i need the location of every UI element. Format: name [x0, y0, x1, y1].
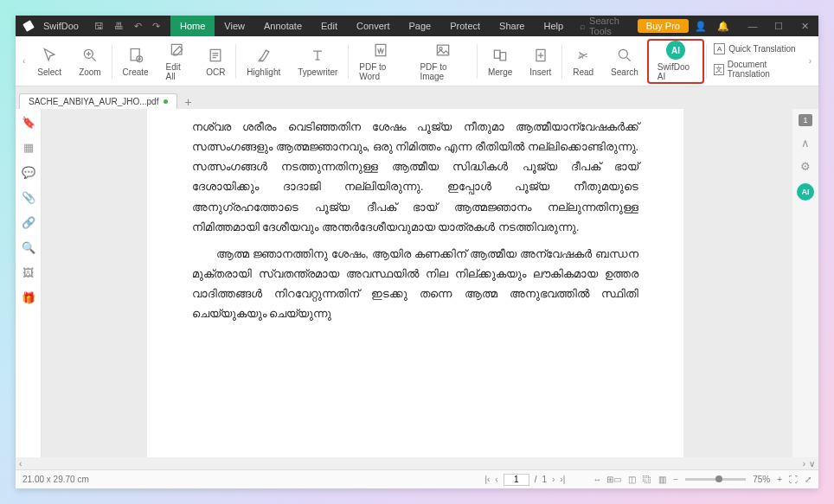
- typewriter-button[interactable]: Typewriter: [289, 39, 346, 84]
- expand-icon[interactable]: ⤢: [805, 475, 812, 484]
- zoom-slider[interactable]: [685, 478, 746, 481]
- close-button[interactable]: ✕: [798, 21, 812, 32]
- ocr-button[interactable]: OCR: [197, 39, 234, 84]
- menu-home[interactable]: Home: [170, 16, 215, 36]
- scroll-down-arrow[interactable]: ∨: [809, 459, 815, 469]
- pdf-to-word-button[interactable]: PDF to Word: [350, 39, 411, 84]
- svg-rect-8: [494, 50, 500, 58]
- svg-point-12: [619, 49, 627, 58]
- find-icon[interactable]: 🔍: [22, 241, 35, 254]
- tabbar: SACHE_ANBIYA_AUR_JHO...pdf +: [16, 86, 818, 109]
- link-icon[interactable]: 🔗: [22, 216, 35, 229]
- svg-text:A: A: [578, 52, 584, 61]
- swifdoo-ai-button[interactable]: AI SwifDoo AI: [647, 39, 705, 84]
- zoom-in-button[interactable]: +: [777, 475, 782, 484]
- page-dimensions: 21.00 x 29.70 cm: [22, 475, 484, 484]
- paragraph-1: നശ്വര ശരീരം വെടിഞ്ഞതിന ശേഷം പൂജ്യ നീതുമാ…: [192, 118, 638, 238]
- next-page-button[interactable]: ›: [552, 475, 555, 484]
- document-translation-button[interactable]: 文Document Translation: [714, 60, 799, 79]
- cursor-icon: [41, 46, 58, 65]
- redo-icon[interactable]: ↷: [152, 21, 160, 32]
- highlight-button[interactable]: Highlight: [238, 39, 289, 84]
- view-mode-4-icon[interactable]: ▥: [658, 475, 666, 484]
- right-sidebar: 1 ∧ ⚙ AI: [792, 109, 818, 457]
- svg-rect-6: [438, 45, 449, 55]
- search-button[interactable]: Search: [602, 39, 647, 84]
- minimize-button[interactable]: —: [746, 21, 760, 32]
- document-tab[interactable]: SACHE_ANBIYA_AUR_JHO...pdf: [19, 93, 177, 109]
- up-arrow-icon[interactable]: ∧: [801, 137, 810, 150]
- read-icon: A: [574, 46, 592, 65]
- menu-annotate[interactable]: Annotate: [254, 16, 311, 36]
- view-mode-3-icon[interactable]: ⿻: [643, 475, 651, 484]
- bookmark-icon[interactable]: 🔖: [22, 116, 35, 129]
- edit-icon: [169, 41, 186, 60]
- svg-rect-9: [500, 52, 506, 60]
- typewriter-icon: [309, 46, 326, 65]
- buy-pro-button[interactable]: Buy Pro: [638, 19, 689, 33]
- menu-help[interactable]: Help: [534, 16, 573, 36]
- ocr-icon: [207, 46, 224, 65]
- prev-page-button[interactable]: ‹: [495, 475, 497, 484]
- maximize-button[interactable]: ☐: [772, 21, 786, 32]
- user-icon[interactable]: 👤: [694, 21, 708, 32]
- scroll-left-arrow[interactable]: ‹: [19, 459, 22, 469]
- thumbnails-icon[interactable]: ▦: [23, 141, 34, 154]
- comment-icon[interactable]: 💬: [22, 166, 35, 179]
- ribbon: ‹ Select Zoom Create Edit All OCR Highli…: [16, 36, 818, 86]
- settings-icon[interactable]: ⚙: [800, 160, 811, 173]
- first-page-button[interactable]: |‹: [484, 475, 490, 484]
- menu-share[interactable]: Share: [490, 16, 534, 36]
- merge-button[interactable]: Merge: [479, 39, 521, 84]
- word-icon: [372, 41, 389, 60]
- ai-side-button[interactable]: AI: [797, 183, 814, 201]
- menu-view[interactable]: View: [215, 16, 254, 36]
- insert-button[interactable]: Insert: [521, 39, 560, 84]
- read-button[interactable]: A Read: [564, 39, 602, 84]
- last-page-button[interactable]: ›|: [560, 475, 565, 484]
- left-sidebar: 🔖 ▦ 💬 📎 🔗 🔍 🖼 🎁: [16, 109, 42, 457]
- picture-icon[interactable]: 🖼: [22, 266, 34, 279]
- ribbon-scroll-right[interactable]: ›: [805, 56, 815, 66]
- save-icon[interactable]: 🖫: [94, 21, 104, 32]
- bell-icon[interactable]: 🔔: [716, 21, 730, 32]
- edit-all-button[interactable]: Edit All: [157, 39, 198, 84]
- view-mode-1-icon[interactable]: ▭: [613, 475, 621, 484]
- create-icon: [127, 46, 144, 65]
- menu-convert[interactable]: Convert: [347, 16, 400, 36]
- print-icon[interactable]: 🖶: [114, 21, 124, 32]
- add-tab-button[interactable]: +: [184, 95, 191, 109]
- statusbar: 21.00 x 29.70 cm |‹ ‹ / 1 › ›| ↔ ⊞ ▭ ◫ ⿻…: [16, 469, 818, 488]
- zoom-out-button[interactable]: −: [673, 475, 678, 484]
- search-icon: [616, 46, 633, 65]
- create-button[interactable]: Create: [114, 39, 157, 84]
- menu-page[interactable]: Page: [400, 16, 441, 36]
- zoom-button[interactable]: Zoom: [70, 39, 110, 84]
- search-tools[interactable]: ⌕ Search Tools: [573, 16, 632, 36]
- paragraph-2: ആത്മ ജ്ഞാനത്തിനു ശേഷം, ആയിര കണക്കിന് ആത്…: [192, 245, 638, 325]
- fit-width-icon[interactable]: ↔: [593, 475, 601, 484]
- document-viewport[interactable]: നശ്വര ശരീരം വെടിഞ്ഞതിന ശേഷം പൂജ്യ നീതുമാ…: [42, 109, 792, 457]
- scroll-right-arrow[interactable]: ›: [803, 459, 805, 469]
- zoom-value: 75%: [753, 475, 770, 484]
- gift-icon[interactable]: 🎁: [22, 291, 35, 304]
- document-page: നശ്വര ശരീരം വെടിഞ്ഞതിന ശേഷം പൂജ്യ നീതുമാ…: [147, 109, 683, 457]
- image-icon: [434, 41, 452, 60]
- select-button[interactable]: Select: [29, 39, 70, 84]
- page-sep: /: [535, 475, 537, 484]
- fit-page-icon[interactable]: ⊞: [606, 475, 613, 484]
- undo-icon[interactable]: ↶: [134, 21, 142, 32]
- fullscreen-icon[interactable]: ⛶: [789, 475, 798, 484]
- menu-protect[interactable]: Protect: [440, 16, 490, 36]
- menu-edit[interactable]: Edit: [311, 16, 347, 36]
- page-indicator[interactable]: 1: [799, 114, 812, 126]
- ribbon-scroll-left[interactable]: ‹: [19, 56, 29, 66]
- ai-icon: AI: [666, 41, 685, 60]
- view-mode-2-icon[interactable]: ◫: [628, 475, 636, 484]
- quick-translation-button[interactable]: AQuick Translation: [714, 43, 799, 54]
- horizontal-scrollbar[interactable]: ‹ › ∨: [16, 457, 818, 469]
- attachment-icon[interactable]: 📎: [22, 191, 35, 204]
- pdf-to-image-button[interactable]: PDF to Image: [411, 39, 475, 84]
- page-input[interactable]: [504, 474, 529, 486]
- menubar: Home View Annotate Edit Convert Page Pro…: [170, 16, 632, 36]
